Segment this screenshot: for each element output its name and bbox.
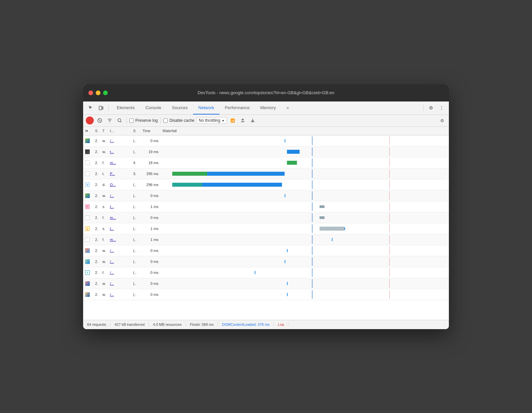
cell-time: 1 ms [140,223,160,234]
col-header-status[interactable]: I▾ [83,127,93,135]
disable-cache-label[interactable]: Disable cache [163,118,194,123]
cell-waterfall [160,190,449,201]
cell-name: t... [108,146,131,157]
cell-icon [83,289,93,300]
minimize-button[interactable] [96,91,100,95]
table-row[interactable]: 2. w. t... (.. 19 ms [83,146,449,157]
tab-more[interactable]: » [281,101,294,114]
transferred: 427 kB transferred [110,322,149,326]
tab-memory[interactable]: Memory [255,101,281,114]
cell-name: /... [108,289,131,300]
cell-col2: f. [100,234,108,245]
table-row[interactable]: T 2. f. /... (.. 0 ms [83,267,449,278]
cell-size: (.. [131,267,140,278]
cell-name: /... [108,267,131,278]
download-icon[interactable] [249,116,257,124]
cell-waterfall [160,278,449,289]
cell-time: 0 ms [140,135,160,146]
table-row[interactable]: ≡ 2. d. O... (.. 296 ms [83,179,449,190]
device-toolbar-icon[interactable] [96,103,106,112]
main-toolbar: Elements Console Sources Network Perform… [83,102,449,115]
cell-col1: 2. [93,245,100,256]
cell-waterfall [160,168,449,179]
tab-performance[interactable]: Performance [219,101,255,114]
table-row[interactable]: 2. w. /... (.. 0 ms [83,135,449,146]
clear-button[interactable] [96,116,104,124]
cell-col1: 2. [93,146,100,157]
cell-col2: d. [100,179,108,190]
search-icon[interactable] [116,116,124,124]
dom-content-loaded: DOMContentLoaded: 378 ms [218,322,274,326]
network-table-container[interactable]: I▾ S T I... S Time Waterfall 2. w. /... … [83,127,449,320]
table-row[interactable]: 2. f. m... (.. 1 ms [83,234,449,245]
cell-waterfall [160,135,449,146]
settings-icon[interactable]: ⚙ [426,103,436,112]
wifi-settings-icon[interactable]: 📶 [229,116,237,124]
throttle-chevron [221,118,224,123]
table-row[interactable]: 2. t. P... 3. 295 ms [83,168,449,179]
cell-time: 295 ms [140,168,160,179]
cell-time: 18 ms [140,157,160,168]
table-row[interactable]: 2. f. m... (.. 0 ms [83,212,449,223]
cell-icon [83,146,93,157]
close-button[interactable] [88,91,93,95]
network-settings-icon[interactable]: ⚙ [438,116,446,124]
sep2 [160,117,161,124]
col-header-size[interactable]: S [131,127,140,135]
table-row[interactable]: 2. w. /... (.. 0 ms [83,190,449,201]
upload-icon[interactable] [239,116,247,124]
preserve-log-checkbox[interactable] [129,118,134,123]
devtools-window: DevTools - news.google.com/topstories?hl… [83,84,449,329]
tab-network[interactable]: Network [193,101,220,114]
cell-time: 0 ms [140,278,160,289]
filter-icon[interactable] [106,116,114,124]
inspect-icon[interactable] [86,103,95,112]
cell-name: m... [108,234,131,245]
table-row[interactable]: ✏ 2. s. t... (.. 1 ms [83,201,449,212]
cell-name: P... [108,168,131,179]
table-row[interactable]: 2. w. /... (.. 0 ms [83,278,449,289]
cell-col2: w. [100,278,108,289]
throttle-select[interactable]: No throttling [197,117,227,124]
table-row[interactable]: 2. w. /... (.. 0 ms [83,289,449,300]
table-row[interactable]: 2. f. m... 4. 18 ms [83,157,449,168]
cell-time: 1 ms [140,234,160,245]
titlebar: DevTools - news.google.com/topstories?hl… [83,84,449,102]
cell-waterfall [160,256,449,267]
col-header-waterfall[interactable]: Waterfall [160,127,449,135]
cell-col2: w. [100,256,108,267]
cell-size: (.. [131,256,140,267]
disable-cache-checkbox[interactable] [163,118,168,123]
cell-col1: 2. [93,278,100,289]
table-row[interactable]: 2. w. /... (.. 0 ms [83,256,449,267]
svg-line-3 [99,119,101,121]
cell-time: 1 ms [140,201,160,212]
cell-waterfall [160,201,449,212]
maximize-button[interactable] [103,91,108,95]
tab-console[interactable]: Console [140,101,167,114]
cell-waterfall [160,267,449,278]
traffic-lights [88,91,108,95]
cell-col1: 2. [93,179,100,190]
cell-icon: ✏ [83,201,93,212]
col-header-3[interactable]: T [100,127,108,135]
cell-time: 19 ms [140,146,160,157]
more-options-icon[interactable]: ⋮ [437,103,446,112]
col-header-name[interactable]: I... [108,127,131,135]
table-row[interactable]: {} 2. s. t... (.. 1 ms [83,223,449,234]
preserve-log-label[interactable]: Preserve log [129,118,158,123]
cell-size: 4. [131,157,140,168]
cell-icon [83,190,93,201]
tab-elements[interactable]: Elements [111,101,140,114]
record-button[interactable] [86,116,94,124]
svg-point-4 [118,119,121,122]
tab-sources[interactable]: Sources [167,101,193,114]
table-row[interactable]: 2. w. /... (.. 0 ms [83,245,449,256]
window-title: DevTools - news.google.com/topstories?hl… [198,90,334,95]
col-header-time[interactable]: Time [140,127,160,135]
cell-icon: {} [83,223,93,234]
requests-count: 64 requests [86,322,110,326]
col-header-2[interactable]: S [93,127,100,135]
cell-icon: T [83,267,93,278]
cell-icon: ≡ [83,179,93,190]
